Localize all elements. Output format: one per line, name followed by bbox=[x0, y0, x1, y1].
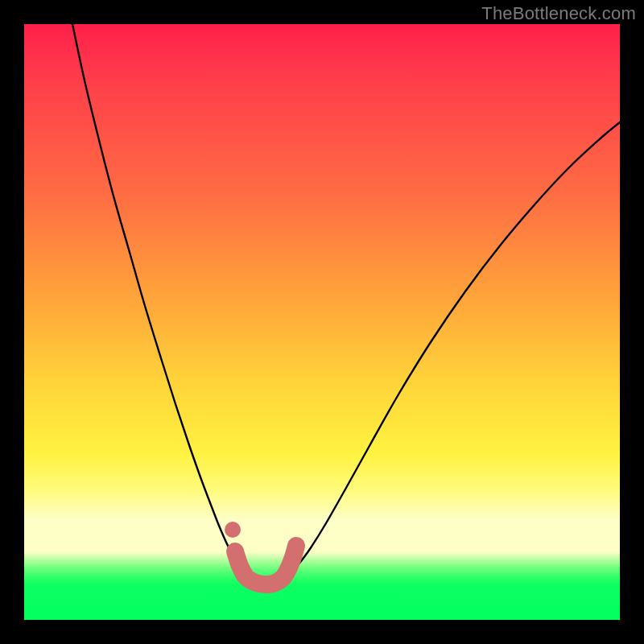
curve-left-branch bbox=[72, 24, 242, 574]
chart-svg-layer bbox=[24, 24, 620, 620]
optimal-zone-highlight bbox=[235, 546, 296, 584]
chart-plot-area bbox=[24, 24, 620, 620]
curve-right-branch bbox=[290, 122, 620, 574]
watermark-text: TheBottleneck.com bbox=[481, 3, 636, 24]
optimal-zone-dot bbox=[225, 522, 241, 538]
